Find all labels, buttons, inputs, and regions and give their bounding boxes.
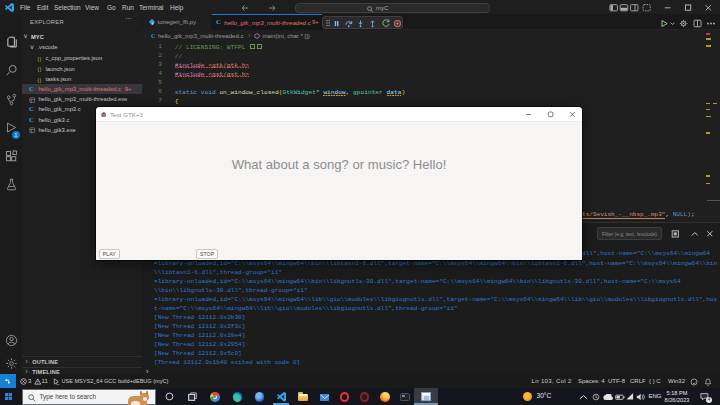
svg-text:{ }: { } (37, 67, 41, 72)
svg-text:{ }: { } (37, 56, 41, 61)
svg-text:{ }: { } (37, 77, 41, 82)
